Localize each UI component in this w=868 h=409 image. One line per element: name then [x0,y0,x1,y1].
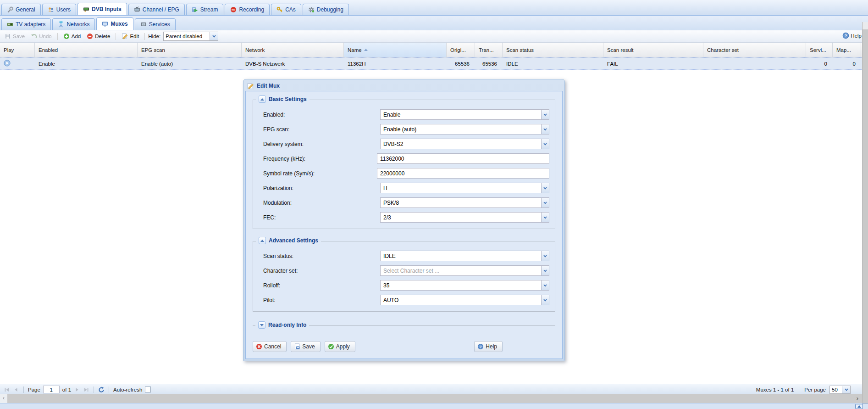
symbol-rate-input[interactable] [377,168,549,179]
tab-muxes[interactable]: Muxes [96,17,133,30]
cancel-button[interactable]: Cancel [253,341,287,352]
auto-refresh-checkbox[interactable] [145,387,151,392]
column-header-play[interactable]: Play [0,43,35,57]
hide-filter-combo[interactable]: Parent disabled [163,32,218,41]
mux-row-selected[interactable]: Enable Enable (auto) DVB-S Netzwerk 1136… [0,57,868,70]
column-header-services[interactable]: Servi... [806,43,833,57]
chevron-down-icon[interactable] [541,109,549,120]
chevron-down-icon[interactable] [541,139,549,149]
tab-label: CAs [285,6,296,13]
tab-networks[interactable]: Networks [52,18,95,30]
tab-channel-epg[interactable]: Channel / EPG [128,4,185,15]
save-button[interactable]: Save [2,32,27,40]
chevron-down-icon[interactable] [541,124,549,134]
polarization-combo-input[interactable] [380,183,541,193]
column-header-network[interactable]: Network [242,43,344,57]
tab-debugging[interactable]: Debugging [303,4,349,15]
add-button[interactable]: Add [61,32,83,40]
tab-dvb-inputs[interactable]: DVB Inputs [77,3,127,15]
play-icon[interactable] [4,60,11,67]
rolloff-combo[interactable] [380,280,549,291]
column-header-enabled[interactable]: Enabled [35,43,138,57]
chevron-down-icon[interactable] [541,212,549,223]
column-header-transport-id[interactable]: Tran... [475,43,503,57]
apply-button[interactable]: Apply [325,341,355,352]
epg-scan-combo[interactable] [380,124,549,134]
frequency-input[interactable] [377,153,549,164]
hide-filter-label: Hide: [148,34,160,39]
dialog-save-button[interactable]: Save [291,341,320,352]
tab-recording[interactable]: REC Recording [225,4,270,15]
page-prev-icon[interactable] [13,387,19,393]
tab-stream[interactable]: Stream [186,4,224,15]
polarization-combo[interactable] [380,183,549,193]
fec-combo-input[interactable] [380,212,541,223]
tab-users[interactable]: Users [42,4,76,15]
collapse-up-icon[interactable] [259,237,266,244]
page-first-icon[interactable] [4,387,10,393]
edit-button[interactable]: Edit [119,32,141,40]
fec-combo[interactable] [380,212,549,223]
chevron-down-icon[interactable] [842,386,850,393]
pilot-combo-input[interactable] [380,295,541,305]
page-next-icon[interactable] [74,387,80,393]
collapse-up-icon[interactable] [259,95,266,103]
character-set-combo-input[interactable] [380,265,541,276]
chevron-down-icon[interactable] [541,183,549,193]
tv-icon [134,6,140,13]
delivery-system-combo[interactable] [380,139,549,149]
column-header-original-network-id[interactable]: Origi... [447,43,475,57]
chevron-down-icon[interactable] [210,32,218,40]
per-page-select[interactable]: 50 [829,386,851,394]
column-header-character-set[interactable]: Character set [703,43,806,57]
rolloff-combo-input[interactable] [380,280,541,291]
delete-button[interactable]: Delete [84,32,112,40]
enabled-combo[interactable] [380,109,549,120]
tab-general[interactable]: General [1,4,41,15]
column-label: Origi... [450,47,466,53]
dialog-help-button[interactable]: ? Help [474,341,503,352]
stream-icon [192,6,198,13]
column-header-scan-status[interactable]: Scan status [503,43,603,57]
column-header-epg-scan[interactable]: EPG scan [138,43,242,57]
scroll-right-button[interactable]: › [853,394,862,403]
column-header-scan-result[interactable]: Scan result [603,43,703,57]
undo-button[interactable]: Undo [28,32,54,40]
tab-services[interactable]: Services [135,18,176,30]
character-set-combo[interactable] [380,265,549,276]
column-header-name[interactable]: Name [344,43,447,57]
column-header-mapped[interactable]: Map... [833,43,861,57]
help-button[interactable]: ? Help [842,32,862,39]
help-button-label: Help [486,343,497,350]
chevron-down-icon[interactable] [541,197,549,208]
page-last-icon[interactable] [83,387,89,393]
tab-cas[interactable]: CAs [271,4,301,15]
chevron-down-icon[interactable] [541,280,549,291]
scroll-left-button[interactable]: ‹ [0,394,7,403]
tab-label: Networks [66,21,89,28]
page-number-input[interactable] [43,386,60,393]
modulation-combo-input[interactable] [380,197,541,208]
column-label: Scan status [506,47,534,53]
chevron-down-icon[interactable] [541,251,549,261]
refresh-icon[interactable] [98,387,105,393]
collapse-footer-button[interactable] [855,404,863,409]
epg-scan-combo-input[interactable] [380,124,541,134]
scan-status-combo[interactable] [380,251,549,261]
enabled-combo-input[interactable] [380,109,541,120]
field-row-epg-scan: EPG scan: [263,123,549,135]
tab-tv-adapters[interactable]: TV adapters [1,18,51,30]
tab-label: Stream [200,6,218,13]
modulation-combo[interactable] [380,197,549,208]
horizontal-scrollbar[interactable]: ‹ › [0,394,862,403]
dialog-titlebar[interactable]: Edit Mux [243,79,564,91]
chevron-down-icon[interactable] [541,265,549,276]
chevron-down-icon[interactable] [541,295,549,305]
scan-status-combo-input[interactable] [380,251,541,261]
vertical-scrollbar[interactable] [862,22,868,403]
delivery-system-combo-input[interactable] [380,139,541,149]
antenna-icon [58,21,64,28]
scroll-up-button[interactable] [862,22,868,29]
pilot-combo[interactable] [380,295,549,305]
collapse-down-icon[interactable] [258,321,265,329]
